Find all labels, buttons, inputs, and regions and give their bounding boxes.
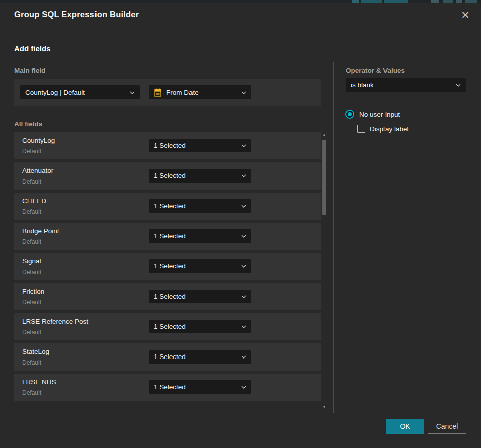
scrollbar-down-icon[interactable]: ▼ bbox=[322, 406, 326, 409]
main-field-source-value: CountyLog | Default bbox=[25, 88, 126, 96]
chevron-down-icon bbox=[241, 174, 246, 177]
field-selection-dropdown[interactable]: 1 Selected bbox=[149, 350, 251, 364]
field-row: Bridge Point Default 1 Selected bbox=[14, 223, 321, 250]
display-label-checkbox[interactable]: Display label bbox=[357, 125, 409, 133]
field-subtitle: Default bbox=[22, 389, 41, 396]
field-selection-value: 1 Selected bbox=[154, 142, 237, 149]
dialog-title: Group SQL Expression Builder bbox=[14, 10, 139, 19]
operator-dropdown[interactable]: is blank bbox=[346, 78, 466, 92]
chevron-down-icon bbox=[241, 235, 246, 238]
operator-values-label: Operator & Values bbox=[346, 67, 405, 74]
field-row: StateLog Default 1 Selected bbox=[14, 343, 321, 371]
panel-divider bbox=[333, 62, 334, 413]
chevron-down-icon bbox=[241, 325, 246, 328]
field-name: CLIFED bbox=[22, 197, 46, 205]
field-selection-dropdown[interactable]: 1 Selected bbox=[149, 320, 251, 333]
add-fields-heading: Add fields bbox=[14, 44, 51, 53]
field-row: LRSE Reference Post Default 1 Selected bbox=[14, 313, 321, 340]
close-icon[interactable]: ✕ bbox=[458, 8, 472, 22]
field-subtitle: Default bbox=[22, 178, 41, 185]
ok-button[interactable]: OK bbox=[386, 419, 424, 434]
field-selection-value: 1 Selected bbox=[154, 262, 237, 270]
all-fields-label: All fields bbox=[14, 120, 42, 128]
field-selection-dropdown[interactable]: 1 Selected bbox=[149, 229, 251, 243]
field-selection-value: 1 Selected bbox=[154, 293, 237, 300]
field-subtitle: Default bbox=[22, 238, 41, 245]
radio-selected-icon bbox=[345, 110, 354, 119]
field-selection-dropdown[interactable]: 1 Selected bbox=[149, 199, 251, 213]
main-field-panel: CountyLog | Default From Date bbox=[14, 79, 321, 106]
chevron-down-icon bbox=[241, 355, 246, 359]
field-name: StateLog bbox=[22, 348, 49, 355]
no-user-input-label: No user input bbox=[359, 111, 400, 118]
field-name: CountyLog bbox=[22, 137, 55, 144]
field-selection-value: 1 Selected bbox=[154, 202, 237, 210]
field-subtitle: Default bbox=[22, 299, 41, 306]
checkbox-unchecked-icon bbox=[357, 125, 365, 133]
field-name: Friction bbox=[22, 288, 44, 295]
field-row: CountyLog Default 1 Selected bbox=[14, 132, 321, 159]
field-name: LRSE NHS bbox=[22, 378, 56, 386]
main-field-field-value: From Date bbox=[166, 88, 237, 96]
field-name: Bridge Point bbox=[22, 227, 59, 235]
main-field-source-dropdown[interactable]: CountyLog | Default bbox=[20, 85, 140, 99]
calendar-date-icon bbox=[154, 88, 162, 97]
field-row: CLIFED Default 1 Selected bbox=[14, 193, 321, 220]
field-selection-dropdown[interactable]: 1 Selected bbox=[149, 290, 251, 303]
operator-value: is blank bbox=[351, 81, 452, 89]
no-user-input-radio[interactable]: No user input bbox=[345, 110, 400, 119]
chevron-down-icon bbox=[241, 205, 246, 208]
chevron-down-icon bbox=[130, 91, 135, 94]
field-selection-dropdown[interactable]: 1 Selected bbox=[149, 259, 251, 273]
field-selection-value: 1 Selected bbox=[154, 383, 237, 391]
field-subtitle: Default bbox=[22, 208, 41, 215]
cancel-button[interactable]: Cancel bbox=[428, 419, 466, 434]
field-row: Signal Default 1 Selected bbox=[14, 253, 321, 280]
field-name: LRSE Reference Post bbox=[22, 318, 88, 325]
field-subtitle: Default bbox=[22, 268, 41, 276]
chevron-down-icon bbox=[241, 144, 246, 147]
main-field-field-dropdown[interactable]: From Date bbox=[149, 85, 251, 99]
group-sql-expression-builder-dialog: Group SQL Expression Builder ✕ Add field… bbox=[0, 3, 481, 448]
field-subtitle: Default bbox=[22, 148, 41, 155]
chevron-down-icon bbox=[456, 84, 461, 87]
field-name: Attenuator bbox=[22, 167, 53, 174]
chevron-down-icon bbox=[241, 265, 246, 268]
scrollbar-up-icon[interactable]: ▲ bbox=[322, 133, 326, 136]
display-label-label: Display label bbox=[370, 125, 409, 133]
chevron-down-icon bbox=[241, 91, 246, 94]
scrollbar-thumb[interactable] bbox=[322, 140, 326, 215]
all-fields-list: CountyLog Default 1 Selected Attenuator … bbox=[14, 132, 321, 404]
field-row: Friction Default 1 Selected bbox=[14, 283, 321, 310]
field-selection-dropdown[interactable]: 1 Selected bbox=[149, 380, 251, 394]
field-selection-dropdown[interactable]: 1 Selected bbox=[149, 169, 251, 183]
field-row: LRSE NHS Default 1 Selected bbox=[14, 374, 321, 401]
field-selection-value: 1 Selected bbox=[154, 353, 237, 361]
field-selection-value: 1 Selected bbox=[154, 172, 237, 180]
dialog-header: Group SQL Expression Builder ✕ bbox=[0, 3, 481, 27]
field-row: Attenuator Default 1 Selected bbox=[14, 162, 321, 190]
chevron-down-icon bbox=[241, 295, 246, 298]
field-selection-dropdown[interactable]: 1 Selected bbox=[149, 139, 251, 152]
field-selection-value: 1 Selected bbox=[154, 323, 237, 330]
main-field-label: Main field bbox=[14, 67, 45, 74]
fields-list-scrollbar[interactable]: ▲ ▼ bbox=[321, 131, 328, 411]
field-name: Signal bbox=[22, 257, 41, 265]
chevron-down-icon bbox=[241, 386, 246, 389]
field-subtitle: Default bbox=[22, 359, 41, 366]
field-selection-value: 1 Selected bbox=[154, 232, 237, 240]
field-subtitle: Default bbox=[22, 329, 41, 336]
